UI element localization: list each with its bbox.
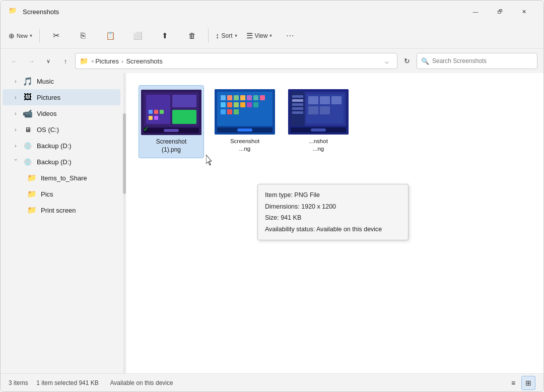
svg-rect-8 (154, 110, 158, 114)
svg-rect-16 (234, 95, 239, 100)
sidebar-item-label-videos: Videos (37, 110, 57, 117)
sort-icon: ↕ (216, 31, 220, 40)
svg-rect-47 (311, 128, 326, 132)
nav-dropdown-icon: ∨ (46, 58, 50, 64)
svg-rect-41 (308, 96, 318, 104)
close-button[interactable]: ✕ (512, 4, 535, 20)
toolbar: ⊕ New ▾ ✂ ⎘ 📋 ⬜ ⬆ 🗑 ↕ Sort ▾ ☰ (1, 23, 543, 49)
search-input[interactable] (432, 57, 533, 64)
svg-rect-28 (227, 109, 232, 114)
window-icon: 📁 (9, 7, 19, 17)
up-button[interactable]: ↑ (58, 53, 73, 69)
file-name-1: Screenshot (1).png (156, 138, 187, 154)
svg-rect-45 (320, 106, 330, 114)
list-view-icon: ≡ (511, 379, 515, 387)
music-icon: 🎵 (23, 77, 33, 86)
sidebar-item-pictures[interactable]: › 🖼 Pictures (3, 89, 120, 105)
videos-icon: 📹 (23, 109, 33, 118)
address-path: « Pictures › Screenshots (91, 57, 378, 65)
file-thumbnail-3 (288, 89, 349, 135)
sidebar-item-backup-d-1[interactable]: › 💿 Backup (D:) (3, 138, 120, 154)
view-label: View (255, 32, 268, 39)
more-icon: ··· (286, 31, 294, 40)
address-bar-container: ← → ∨ ↑ 📁 « Pictures › Screenshots ⌵ ↻ (1, 49, 543, 73)
copy-icon: ⎘ (81, 31, 86, 40)
window-title: Screenshots (23, 8, 464, 16)
status-text: 3 items 1 item selected 941 KB Available… (9, 379, 506, 386)
svg-rect-37 (292, 99, 303, 102)
title-bar: 📁 Screenshots — 🗗 ✕ (1, 1, 543, 23)
scissors-icon: ✂ (53, 31, 59, 40)
path-separator-prefix: « (91, 58, 94, 64)
svg-rect-38 (292, 103, 303, 106)
refresh-button[interactable]: ↻ (399, 53, 415, 69)
minimize-button[interactable]: — (464, 4, 487, 20)
sidebar-item-label-backup-d-1: Backup (D:) (37, 142, 72, 150)
svg-rect-42 (320, 96, 330, 104)
address-bar[interactable]: 📁 « Pictures › Screenshots ⌵ (75, 53, 397, 69)
sidebar-item-videos[interactable]: › 📹 Videos (3, 105, 120, 121)
pics-icon: 📁 (27, 189, 37, 199)
sort-button[interactable]: ↕ Sort ▾ (212, 25, 241, 47)
search-icon: 🔍 (421, 57, 429, 65)
more-options-button[interactable]: ··· (277, 25, 303, 47)
grid-view-button[interactable]: ⊞ (521, 376, 535, 390)
sidebar-item-label-os-c: OS (C:) (37, 126, 59, 134)
backup-d2-icon: 💿 (23, 158, 33, 166)
back-button[interactable]: ← (7, 53, 22, 69)
forward-button[interactable]: → (24, 53, 39, 69)
search-box[interactable]: 🔍 (417, 53, 537, 69)
scrollbar-thumb[interactable] (123, 113, 126, 194)
sidebar-item-label-pics: Pics (41, 190, 53, 198)
svg-rect-23 (234, 102, 239, 107)
svg-rect-6 (164, 129, 179, 132)
items-to-share-icon: 📁 (27, 173, 37, 182)
copy-to-button[interactable]: ⎘ (70, 25, 96, 47)
paste-icon: 📋 (106, 31, 115, 40)
svg-rect-26 (253, 102, 258, 107)
sidebar-item-os-c[interactable]: › 🖥 OS (C:) (3, 121, 120, 138)
list-view-button[interactable]: ≡ (506, 376, 520, 390)
refresh-icon: ↻ (404, 57, 410, 65)
view-button[interactable]: ☰ View ▾ (242, 25, 277, 47)
svg-rect-7 (149, 110, 153, 114)
file-name-3: ...nshot...ng (309, 138, 328, 153)
file-item-2[interactable]: Screenshot...ng (212, 85, 278, 158)
toolbar-sep-2 (208, 29, 209, 43)
sidebar-item-backup-d-2[interactable]: › 💿 Backup (D:) (3, 154, 120, 170)
thumbnail-svg-1 (141, 90, 201, 135)
sidebar-item-print-screen[interactable]: 📁 Print screen (3, 202, 120, 218)
file-item-3[interactable]: ...nshot...ng (286, 85, 351, 158)
nav-dropdown-button[interactable]: ∨ (41, 53, 56, 69)
svg-rect-40 (292, 111, 303, 114)
expand-arrow-backup-2: › (13, 159, 19, 165)
svg-rect-27 (221, 109, 226, 114)
toolbar-sep-1 (39, 29, 40, 43)
cut-button[interactable]: ✂ (43, 25, 69, 47)
up-icon: ↑ (64, 57, 67, 65)
svg-rect-4 (172, 110, 196, 124)
items-count: 3 items (9, 379, 28, 386)
sidebar-item-items-to-share[interactable]: 📁 Items_to_Share (3, 170, 120, 186)
rename-icon: ⬜ (133, 31, 143, 40)
sidebar-item-pics[interactable]: 📁 Pics (3, 186, 120, 202)
new-button[interactable]: ⊕ New ▾ (5, 25, 36, 47)
tooltip-dimensions: Dimensions: 1920 x 1200 (265, 201, 401, 213)
address-dropdown-button[interactable]: ⌵ (381, 55, 393, 67)
status-bar: 3 items 1 item selected 941 KB Available… (1, 373, 543, 391)
window-controls: — 🗗 ✕ (464, 4, 535, 20)
back-icon: ← (11, 57, 18, 65)
sidebar-item-music[interactable]: › 🎵 Music (3, 73, 120, 89)
paste-button[interactable]: 📋 (97, 25, 123, 47)
share-button[interactable]: ⬆ (152, 25, 178, 47)
file-item-1[interactable]: ✔ Screenshot (1).png (139, 85, 204, 158)
expand-arrow-music: › (13, 79, 19, 84)
rename-button[interactable]: ⬜ (124, 25, 151, 47)
svg-rect-31 (237, 128, 252, 132)
maximize-button[interactable]: 🗗 (488, 4, 511, 20)
file-thumbnail-1: ✔ (141, 90, 201, 135)
sidebar-scrollbar[interactable] (122, 73, 126, 373)
svg-rect-19 (253, 95, 258, 100)
view-dropdown-icon: ▾ (269, 33, 272, 38)
delete-button[interactable]: 🗑 (179, 25, 205, 47)
